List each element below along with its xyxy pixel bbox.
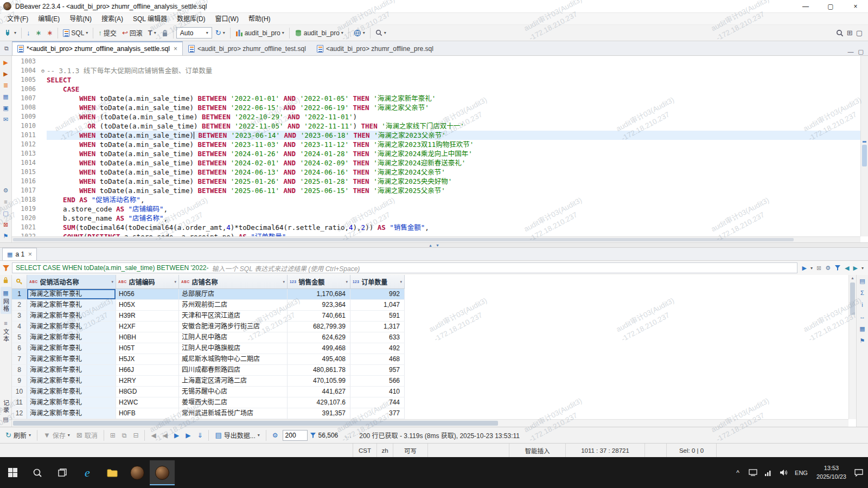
table-cell[interactable]: 苏州观前街二店 [179,300,288,311]
pin-panel-icon[interactable]: ⚑ [858,336,867,345]
table-cell[interactable]: 1,047 [350,300,405,311]
table-cell[interactable]: 海澜之家新年豪礼 [27,311,116,322]
output-console-icon[interactable]: ✉ [2,115,10,124]
value-viewer-panel-icon[interactable]: ▤ [858,277,867,285]
table-cell[interactable]: 410 [350,387,405,397]
row-number[interactable]: 4 [12,322,27,332]
table-row[interactable]: 11海澜之家新年豪礼H2WC姜堰西大街二店429,107.6744 [12,397,856,408]
table-cell[interactable]: 470,105.99 [288,376,350,387]
table-cell[interactable]: H8GD [116,387,179,397]
action-center-icon[interactable] [852,462,866,484]
previous-page-icon[interactable]: ◀ [161,429,170,441]
table-cell[interactable]: 441,627 [288,387,350,397]
connection-indicator-icon[interactable]: ∗ [34,27,44,40]
duplicate-row-icon[interactable]: ⧉ [120,429,129,441]
maximize-button[interactable]: ▢ [818,0,843,13]
new-connection-button[interactable]: ▾ [2,27,18,40]
log-file-icon[interactable]: ≡ [2,197,10,206]
table-cell[interactable]: 740,661 [288,311,350,322]
table-row[interactable]: 1海澜之家新年豪礼H056总部展厅店1,170,684992 [12,289,856,300]
table-cell[interactable]: 四川成都春熙路四店 [179,365,288,376]
search-menu-button[interactable]: ▾ [373,27,388,40]
taskbar-search-button[interactable] [25,460,50,485]
editor-results-splitter[interactable]: ▲ ▼ [0,242,868,248]
statusbar-segment[interactable]: zh [376,444,393,457]
table-cell[interactable]: 624,629 [288,332,350,343]
column-header[interactable]: ABC店铺名称▾ [179,275,288,289]
table-row[interactable]: 5海澜之家新年豪礼H0BH江阴人民中路店624,629633 [12,332,856,343]
quick-search-button[interactable] [836,29,844,37]
table-cell[interactable]: 海澜之家新年豪礼 [27,300,116,311]
references-panel-icon[interactable]: ↔ [858,312,867,321]
connection-error-icon[interactable]: ∗ [44,27,55,40]
table-cell[interactable]: 海澜之家新年豪礼 [27,408,116,419]
clear-filter-icon[interactable]: ⊠ [816,265,821,271]
table-cell[interactable]: H39R [116,311,179,322]
first-page-icon[interactable]: ◀ [149,429,158,441]
row-number[interactable]: 5 [12,332,27,343]
table-cell[interactable]: 海澜之家新年豪礼 [27,365,116,376]
table-cell[interactable]: 492 [350,343,405,354]
delete-row-icon[interactable]: ⊟ [131,429,141,441]
grid-corner[interactable] [12,275,27,289]
file-explorer-button[interactable] [100,460,125,485]
editor-line[interactable]: 1006 CASE [12,85,860,94]
editor-line[interactable]: 1009 WHEN (toDate(a.min_sale_time) BETWE… [12,112,860,121]
row-number[interactable]: 12 [12,408,27,419]
scrollbar-thumb[interactable] [13,238,794,241]
menu-item[interactable]: SQL 编辑器 [128,13,172,25]
table-cell[interactable]: 682,799.39 [288,322,350,332]
row-number[interactable]: 10 [12,387,27,397]
internet-explorer-button[interactable]: e [75,460,100,485]
filter-caret-icon[interactable]: ▾ [111,280,113,284]
menu-item[interactable]: 编辑(E) [33,13,65,25]
table-cell[interactable]: 499,468 [288,343,350,354]
table-row[interactable]: 6海澜之家新年豪礼H05T江阴人民中路旗舰店499,468492 [12,343,856,354]
scrollbar-thumb[interactable] [862,145,867,166]
editor-line[interactable]: 1019 a.store_code AS "店铺编码", [12,204,860,214]
close-icon[interactable]: × [28,251,32,258]
editor-line[interactable]: 1016 WHEN toDate(a.min_sale_time) BETWEE… [12,177,860,186]
row-number[interactable]: 11 [12,397,27,408]
table-cell[interactable]: 海澜之家新年豪礼 [27,387,116,397]
table-cell[interactable]: 安徽合肥淮河路步行街三店 [179,322,288,332]
error-log-icon[interactable]: ⊠ [2,220,10,229]
column-header[interactable]: ABC促销活动名称▾ [27,275,116,289]
table-row[interactable]: 3海澜之家新年豪礼H39R天津和平区滨江道店740,661591 [12,311,856,322]
table-cell[interactable]: H05X [116,300,179,311]
table-cell[interactable]: 633 [350,332,405,343]
history-forward-icon[interactable]: ▶ [853,265,858,271]
filter-history-caret-icon[interactable]: ▾ [810,266,813,271]
scrollbar-thumb[interactable] [850,282,855,315]
column-header[interactable]: 123销售金额▾ [288,275,350,289]
tray-expand-icon[interactable]: ^ [731,462,745,484]
editor-line[interactable]: 1003 [12,57,860,66]
results-tab[interactable]: ▦ a 1 × [2,248,37,260]
history-back-icon[interactable]: ◀ [845,265,849,271]
menu-item[interactable]: 导航(N) [65,13,97,25]
editor-tab[interactable]: <audit_bi_pro> zhumr_offline_test.sql [183,41,311,55]
execute-file-icon[interactable]: ≣ [2,81,10,89]
table-cell[interactable]: 992 [350,289,405,300]
dbeaver-taskbar-button-active[interactable] [150,460,175,485]
auto-refresh-button[interactable]: ↻ ▾ [213,27,227,40]
filter-settings-icon[interactable]: ⚙ [825,265,831,271]
table-cell[interactable]: H05T [116,343,179,354]
table-cell[interactable]: 海澜之家新年豪礼 [27,376,116,387]
editor-line[interactable]: 1018 END AS "促销活动名称", [12,195,860,204]
query-log-icon[interactable]: ▣ [2,104,10,112]
collapse-down-icon[interactable]: ▼ [436,243,439,247]
editor-code[interactable]: 10031004⊖-- 3.1.3 线下每年大促期间店铺销售金额、订单数量100… [12,56,860,236]
table-cell[interactable]: 591 [350,311,405,322]
filter-funnel-icon[interactable] [834,265,841,271]
last-page-icon[interactable]: ▶ [183,429,193,441]
table-cell[interactable]: 海澜之家新年豪礼 [27,289,116,300]
editor-tab[interactable]: <audit_bi_pro> zhumr_offline_pre.sql [311,41,439,55]
table-cell[interactable]: 391,357 [288,408,350,419]
table-cell[interactable]: 957 [350,365,405,376]
row-number[interactable]: 8 [12,365,27,376]
table-row[interactable]: 12海澜之家新年豪礼H0FB常州武进新城吾悦广场店391,357377 [12,408,856,419]
menu-item[interactable]: 帮助(H) [244,13,276,25]
editor-line[interactable]: 1017 WHEN toDate(a.min_sale_time) BETWEE… [12,186,860,195]
table-cell[interactable]: 常州武进新城吾悦广场店 [179,408,288,419]
